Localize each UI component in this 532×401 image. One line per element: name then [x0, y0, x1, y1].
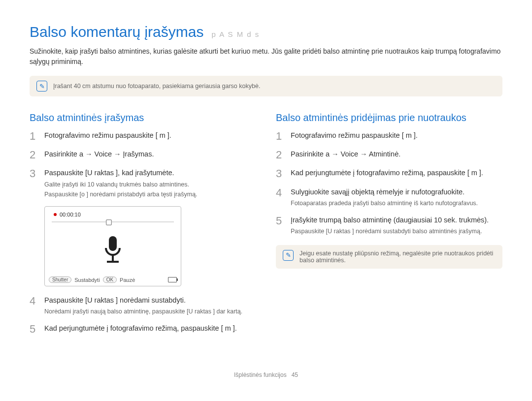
footer-page: 45 — [292, 371, 298, 378]
note-icon: ✎ — [283, 250, 294, 261]
step-text: Kad perjungtumėte į fotografavimo režimą… — [291, 168, 502, 180]
step-num: 2 — [30, 149, 38, 161]
step-text: Fotografavimo režimu paspauskite [ m ]. — [291, 130, 502, 142]
step-r2: 2 Pasirinkite a → Voice → Atmintinė. — [276, 149, 502, 161]
step-r1: 1 Fotografavimo režimu paspauskite [ m ]… — [276, 130, 502, 142]
record-dot-icon — [54, 213, 57, 216]
step-num: 2 — [276, 149, 285, 161]
step-num: 5 — [30, 323, 38, 335]
step-text: Įrašykite trumpą balso atmintinę (daugia… — [291, 215, 502, 236]
step-text: Paspauskite [U raktas ], kad įrašytumėte… — [44, 168, 256, 199]
intro-text: Sužinokite, kaip įrašyti balso atmintine… — [30, 46, 502, 67]
step-num: 4 — [30, 295, 38, 316]
step-num: 1 — [30, 130, 38, 142]
device-screen: 00:00:10 — [44, 206, 181, 286]
footer-label: Išplėstinės funkcijos — [234, 371, 287, 378]
sub-bullet: Paspauskite [U raktas ] norėdami sustabd… — [291, 227, 502, 236]
step-num: 3 — [276, 168, 285, 180]
microphone-icon — [101, 235, 125, 266]
ok-label: OK — [103, 277, 117, 283]
timer-text: 00:00:10 — [60, 212, 81, 217]
step-text: Pasirinkite a → Voice → Įrašymas. — [44, 149, 256, 161]
mode-badge: p A S M d s — [211, 30, 260, 38]
note-text: Įrašant 40 cm atstumu nuo fotoaparato, p… — [53, 83, 260, 90]
step-4: 4 Paspauskite [U raktas ] norėdami susta… — [30, 295, 256, 316]
page-footer: Išplėstinės funkcijos 45 — [30, 371, 502, 378]
battery-icon — [168, 277, 177, 282]
shutter-label: Shutter — [49, 277, 71, 283]
step-text: Sulygiuokite savąjį objektą rėmelyje ir … — [291, 187, 502, 208]
sub-bullet: Norėdami įrašyti naują balso atmintinę, … — [44, 307, 256, 316]
step-line: Paspauskite [U raktas ], kad įrašytumėte… — [44, 169, 174, 177]
title-text: Balso komentarų įrašymas — [30, 24, 203, 40]
step-num: 4 — [276, 187, 285, 208]
step-r3: 3 Kad perjungtumėte į fotografavimo reži… — [276, 168, 502, 180]
step-num: 1 — [276, 130, 285, 142]
step-line: Įrašykite trumpą balso atmintinę (daugia… — [291, 216, 489, 224]
step-1: 1 Fotografavimo režimu paspauskite [ m ]… — [30, 130, 256, 142]
step-line: Paspauskite [U raktas ] norėdami sustabd… — [44, 296, 186, 304]
step-sub: Paspauskite [U raktas ] norėdami sustabd… — [291, 227, 502, 236]
stop-label: Sustabdyti — [74, 277, 100, 283]
step-3: 3 Paspauskite [U raktas ], kad įrašytumė… — [30, 168, 256, 199]
step-sub: Galite įrašyti iki 10 valandų trukmės ba… — [44, 180, 256, 200]
step-5: 5 Kad perjungtumėte į fotografavimo reži… — [30, 323, 256, 335]
page-title: Balso komentarų įrašymas p A S M d s — [30, 24, 502, 40]
pause-label: Pauzė — [120, 277, 135, 283]
svg-rect-0 — [109, 236, 117, 251]
timer-row: 00:00:10 — [49, 212, 177, 217]
sub-bullet: Galite įrašyti iki 10 valandų trukmės ba… — [44, 180, 256, 189]
sub-bullet: Paspauskite [o ] norėdami pristabdyti ar… — [44, 190, 256, 199]
step-2: 2 Pasirinkite a → Voice → Įrašymas. — [30, 149, 256, 161]
step-text: Paspauskite [U raktas ] norėdami sustabd… — [44, 295, 256, 316]
step-sub: Fotoaparatas pradeda įrašyti balso atmin… — [291, 199, 502, 208]
note-icon: ✎ — [36, 81, 47, 92]
step-text: Fotografavimo režimu paspauskite [ m ]. — [44, 130, 256, 142]
progress-slider — [52, 219, 174, 224]
step-text: Pasirinkite a → Voice → Atmintinė. — [291, 149, 502, 161]
step-r4: 4 Sulygiuokite savąjį objektą rėmelyje i… — [276, 187, 502, 208]
top-note: ✎ Įrašant 40 cm atstumu nuo fotoaparato,… — [30, 76, 502, 96]
right-heading: Balso atmintinės pridėjimas prie nuotrau… — [276, 112, 502, 123]
left-heading: Balso atmintinės įrašymas — [30, 112, 256, 123]
step-line: Sulygiuokite savąjį objektą rėmelyje ir … — [291, 188, 465, 196]
step-num: 5 — [276, 215, 285, 236]
step-sub: Norėdami įrašyti naują balso atmintinę, … — [44, 307, 256, 316]
step-r5: 5 Įrašykite trumpą balso atmintinę (daug… — [276, 215, 502, 236]
step-text: Kad perjungtumėte į fotografavimo režimą… — [44, 323, 256, 335]
sub-bullet: Fotoaparatas pradeda įrašyti balso atmin… — [291, 199, 502, 208]
right-note: ✎ Jeigu esate nustatę pliūpsnio režimą, … — [276, 245, 502, 269]
step-num: 3 — [30, 168, 38, 199]
note-text: Jeigu esate nustatę pliūpsnio režimą, ne… — [299, 250, 496, 264]
screen-button-row: Shutter Sustabdyti OK Pauzė — [49, 277, 177, 283]
